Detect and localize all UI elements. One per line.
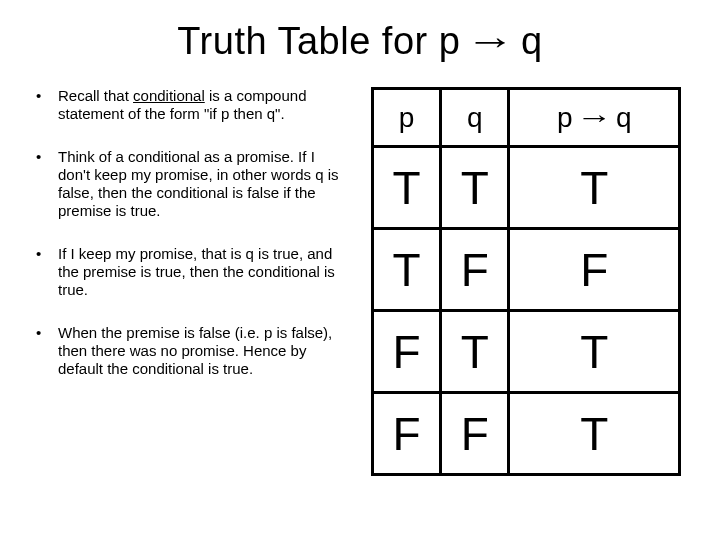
right-column: p q p → q T T T T F: [362, 87, 690, 476]
arrow-icon: →: [466, 20, 516, 63]
bullet-text-underline: conditional: [133, 87, 205, 104]
list-item: When the premise is false (i.e. p is fal…: [36, 324, 350, 379]
table-row: T F F: [373, 229, 680, 311]
col-header-q: q: [441, 89, 509, 147]
table-row: T T T: [373, 147, 680, 229]
cell: F: [373, 393, 441, 475]
cell: F: [441, 229, 509, 311]
title-prefix: Truth Table for p: [177, 20, 471, 62]
table-row: F F T: [373, 393, 680, 475]
cell: T: [373, 147, 441, 229]
list-item: Recall that conditional is a compound st…: [36, 87, 350, 124]
arrow-icon: →: [576, 102, 612, 134]
cell: T: [509, 311, 680, 393]
cell: T: [441, 311, 509, 393]
table-header-row: p q p → q: [373, 89, 680, 147]
cell: F: [441, 393, 509, 475]
cell: T: [373, 229, 441, 311]
page-title: Truth Table for p → q: [30, 20, 690, 63]
bullet-text: Think of a conditional as a promise. If …: [58, 148, 339, 220]
list-item: Think of a conditional as a promise. If …: [36, 148, 350, 221]
left-column: Recall that conditional is a compound st…: [30, 87, 350, 476]
table-row: F T T: [373, 311, 680, 393]
list-item: If I keep my promise, that is q is true,…: [36, 245, 350, 300]
truth-table: p q p → q T T T T F: [371, 87, 681, 476]
bullet-text-pre: Recall that: [58, 87, 133, 104]
cell: T: [441, 147, 509, 229]
bullet-text: If I keep my promise, that is q is true,…: [58, 245, 335, 299]
bullet-list: Recall that conditional is a compound st…: [30, 87, 350, 379]
cell: T: [509, 147, 680, 229]
bullet-text: When the premise is false (i.e. p is fal…: [58, 324, 332, 378]
slide-body: Recall that conditional is a compound st…: [30, 87, 690, 476]
cell: F: [373, 311, 441, 393]
cell: F: [509, 229, 680, 311]
col-header-p: p: [373, 89, 441, 147]
slide: Truth Table for p → q Recall that condit…: [0, 0, 720, 540]
col-header-pq: p → q: [509, 89, 680, 147]
cell: T: [509, 393, 680, 475]
